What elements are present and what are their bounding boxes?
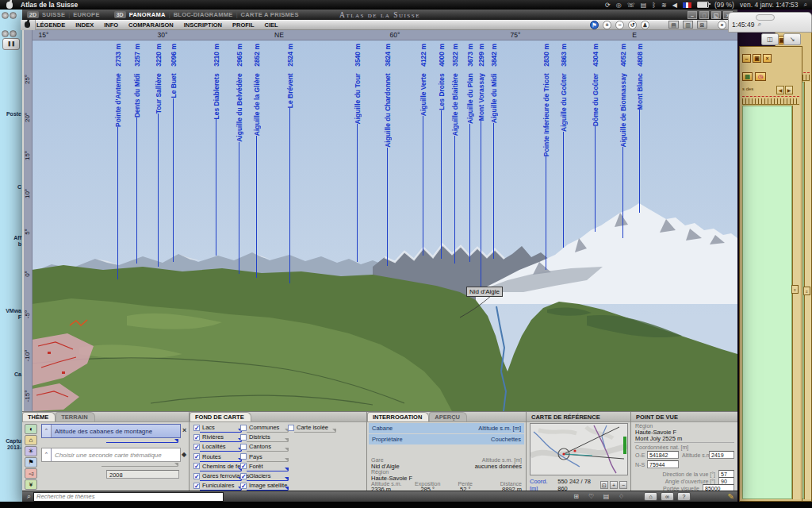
zoom-in-icon[interactable]: + (610, 481, 618, 489)
checked-checkbox-funiculaires[interactable]: ✓ (193, 483, 200, 489)
minimize-icon[interactable]: – (688, 11, 697, 19)
maximize-icon[interactable]: □ (699, 11, 709, 19)
desktop-icon-label[interactable]: Captu 2013- (0, 438, 21, 450)
zoom-out-icon[interactable]: − (615, 21, 624, 29)
layer-slider[interactable] (247, 432, 288, 433)
reference-map[interactable] (530, 423, 628, 475)
unchecked-checkbox-communes[interactable] (240, 425, 247, 431)
link-icon[interactable]: ∞ (661, 492, 674, 501)
spotlight-icon[interactable]: ⌕ (804, 1, 807, 9)
nav-item-panorama[interactable]: PANORAMA (129, 11, 166, 18)
theme-search-input[interactable] (33, 492, 224, 502)
background-window-near[interactable]: – ▣ × ▤ ◷ s des ◀ ▶ ≡ (739, 46, 802, 502)
zoom-out-icon[interactable]: − (619, 481, 627, 489)
sync-icon[interactable]: ⟳ (605, 2, 611, 9)
panorama-view[interactable]: 15°30°NE60°75°E Pointe d'Anterne 2733 mD… (32, 30, 737, 411)
layer-slider[interactable] (247, 480, 288, 481)
diamond-icon[interactable]: ♢ (616, 492, 626, 501)
bg-window-button[interactable] (10, 30, 17, 37)
chevron-up-icon[interactable]: ⌃ (42, 448, 52, 461)
desktop-icon-label[interactable]: C (0, 184, 21, 190)
alt-field[interactable]: 2419 (709, 451, 734, 459)
scroll-handle[interactable]: ≡ (803, 287, 810, 295)
oe-field[interactable]: 541842 (647, 451, 679, 459)
desktop-icon-label[interactable]: VMwa F (0, 308, 21, 320)
menubar-clock[interactable]: ven. 4 janv. 1:47:53 (740, 1, 799, 9)
panel-rows-icon[interactable]: ▤ (668, 21, 679, 29)
tab-apercu[interactable]: APERÇU (429, 412, 467, 421)
maximize-icon[interactable]: ▣ (753, 54, 761, 63)
nav-item-suisse[interactable]: SUISSE (42, 11, 65, 18)
checked-checkbox-localités[interactable]: ✓ (193, 444, 200, 450)
layer-slider[interactable] (247, 451, 288, 452)
diamond-icon[interactable]: ◆ (182, 451, 186, 458)
year-field[interactable]: 2008 (106, 470, 179, 479)
layer-slider[interactable] (294, 432, 335, 433)
menu-item-info[interactable]: INFO (104, 21, 118, 29)
checked-checkbox-image-satellite[interactable]: ✓ (240, 483, 247, 489)
layer-slider[interactable] (200, 441, 241, 442)
close-icon[interactable]: × (763, 54, 772, 63)
badge-icon[interactable]: ♡ (586, 492, 596, 501)
tab-terrain[interactable]: TERRAIN (56, 412, 94, 421)
nav-3d-badge[interactable]: 3D (114, 11, 126, 18)
apple-button[interactable] (21, 20, 36, 30)
bg-window-button[interactable] (2, 30, 9, 37)
clock-icon[interactable]: ◷ (755, 72, 766, 81)
shell-icon[interactable]: ◖ (25, 424, 37, 434)
checked-checkbox-gares-ferroviaires[interactable]: ✓ (193, 473, 200, 479)
layer-slider[interactable] (200, 451, 241, 452)
unchecked-checkbox-cantons[interactable] (240, 444, 247, 450)
menu-item-légende[interactable]: LÉGENDE (36, 21, 65, 29)
unchecked-checkbox-districts[interactable] (240, 434, 247, 441)
nav-item-carte-a-prismes[interactable]: CARTE A PRISMES (241, 11, 299, 18)
nav-item-europe[interactable]: EUROPE (73, 11, 99, 18)
desktop-icon-label[interactable]: Poste (0, 111, 21, 117)
layer-slider[interactable] (200, 432, 241, 433)
fish-icon[interactable]: ◅ (25, 468, 37, 479)
menubar-app-name[interactable]: Atlas de la Suisse (21, 1, 78, 9)
menu-item-index[interactable]: INDEX (75, 21, 94, 29)
checked-checkbox-routes[interactable]: ✓ (193, 453, 200, 460)
panel-columns-icon[interactable]: ▥ (683, 21, 693, 29)
chevron-up-icon[interactable]: ⌃ (42, 425, 52, 437)
document-icon[interactable]: ▤ (601, 492, 611, 501)
close-icon[interactable]: × (182, 427, 186, 434)
bg-window-button[interactable] (10, 12, 17, 19)
flower-icon[interactable]: ✳ (25, 446, 37, 456)
minimize-icon[interactable]: – (742, 54, 751, 63)
user-icon[interactable]: ♟ (641, 21, 649, 29)
scrollbar[interactable] (792, 106, 800, 499)
volume-icon[interactable]: ◀ (672, 2, 677, 9)
layer-slider[interactable] (247, 441, 288, 442)
help-icon[interactable]: ? (677, 492, 691, 501)
mini-clock-window[interactable]: 1:45:49 ⌕ (728, 12, 812, 33)
primary-theme-select[interactable]: ⌃ Altitude des cabanes de montagne (41, 424, 181, 438)
flag-icon[interactable]: ⚑ (590, 21, 599, 29)
secondary-theme-select[interactable]: ⌃ Choisir une seconde carte thématique (41, 448, 181, 462)
spinner-right-icon[interactable]: ▶ (785, 86, 793, 94)
layer-slider[interactable] (200, 461, 241, 462)
tab-interrogation[interactable]: INTERROGATION (367, 412, 429, 421)
transparency-slider[interactable] (106, 442, 178, 443)
checked-checkbox-chemins-de-fer[interactable]: ✓ (193, 463, 200, 469)
app-titlebar[interactable]: Atlas de la Suisse 2DSUISSE|EUROPE 3DPAN… (22, 10, 737, 20)
menu-item-comparaison[interactable]: COMPARAISON (128, 21, 174, 29)
bluetooth-icon[interactable]: ᛒ (652, 2, 656, 9)
checked-checkbox-forêt[interactable]: ✓ (240, 463, 247, 469)
restore-icon[interactable]: ◱ (711, 11, 721, 19)
panel-close-icon[interactable]: ⊠ (697, 21, 707, 29)
document-area[interactable] (742, 106, 792, 499)
zoom-in-icon[interactable]: + (603, 21, 611, 29)
fit-icon[interactable]: ⊡ (600, 481, 608, 489)
pause-button[interactable]: ❚❚ (2, 38, 20, 50)
spinner-left-icon[interactable]: ◀ (776, 86, 784, 94)
year-slider[interactable] (102, 466, 178, 467)
menu-item-ciel[interactable]: CIEL (264, 21, 278, 29)
hut-icon[interactable]: ⌂ (25, 435, 37, 445)
orbit-icon[interactable]: ↺ (628, 21, 637, 29)
apple-menu-icon[interactable] (6, 2, 13, 9)
screenshot-icon[interactable]: ◫ (761, 33, 779, 45)
desktop-icon-label[interactable]: Aff b (0, 235, 21, 247)
tab-theme[interactable]: THÈME (22, 412, 56, 421)
